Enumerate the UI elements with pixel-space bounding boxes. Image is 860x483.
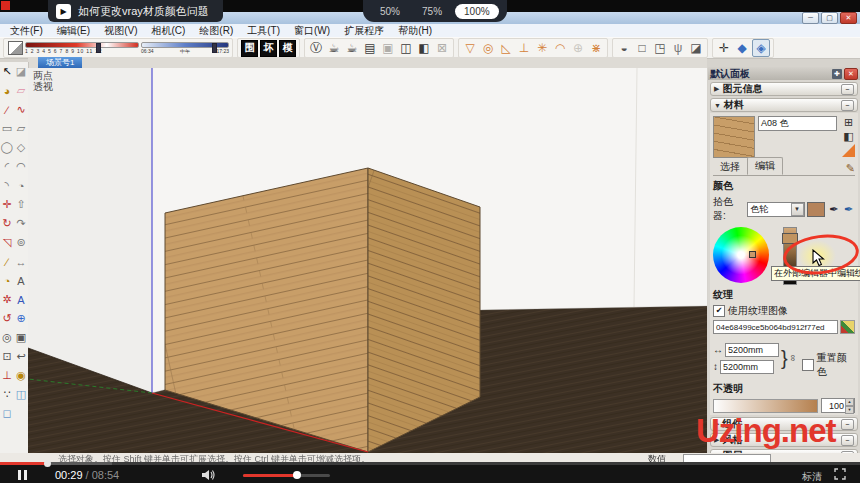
use-texture-checkbox[interactable]: ✔: [713, 305, 725, 317]
collapse-button[interactable]: –: [841, 419, 854, 430]
rotated-rectangle-tool[interactable]: ▱: [14, 119, 28, 138]
vray-render-icon[interactable]: ☕: [326, 40, 342, 56]
model-viewport[interactable]: 两点 透视: [28, 68, 707, 453]
dropdown-arrow-icon[interactable]: ▼: [791, 203, 804, 216]
video-zoom-50[interactable]: 50%: [371, 4, 409, 19]
line-tool[interactable]: ∕: [0, 100, 14, 119]
zoom-window-tool[interactable]: ▣: [14, 328, 28, 347]
quality-button[interactable]: 标清: [802, 470, 822, 483]
material-thumbnail[interactable]: [713, 116, 755, 158]
section-display-tool[interactable]: ◻: [0, 404, 14, 423]
menu-help[interactable]: 帮助(H): [391, 24, 439, 37]
previous-view-tool[interactable]: ↩: [14, 347, 28, 366]
arc-tool[interactable]: ◜: [0, 157, 14, 176]
collapse-button[interactable]: –: [841, 100, 854, 111]
volume-slider[interactable]: [243, 474, 330, 477]
chain-link-icon[interactable]: ∞: [788, 355, 798, 361]
plugin-button-wei[interactable]: 围: [241, 40, 258, 57]
vray-proxy-export-icon[interactable]: ◳: [652, 40, 668, 56]
progress-handle[interactable]: [44, 460, 51, 467]
material-name-field[interactable]: A08 色: [758, 116, 837, 131]
vray-lock-icon[interactable]: ⊠: [434, 40, 450, 56]
menu-edit[interactable]: 编辑(E): [50, 24, 97, 37]
vray-ies-light-icon[interactable]: ⊥: [516, 40, 532, 56]
tape-measure-tool[interactable]: ∕: [0, 252, 14, 271]
pie-tool[interactable]: ◔: [14, 176, 28, 195]
freehand-tool[interactable]: ∿: [14, 100, 28, 119]
solid-tool-active-icon[interactable]: ◈: [752, 39, 770, 57]
section-materials[interactable]: ▼ 材料 –: [710, 98, 858, 112]
collapse-button[interactable]: –: [841, 84, 854, 95]
scene-tab[interactable]: 场景号1: [38, 57, 82, 68]
tab-select[interactable]: 选择: [713, 159, 747, 175]
menu-camera[interactable]: 相机(C): [144, 24, 192, 37]
vray-rectangle-light-icon[interactable]: ▽: [462, 40, 478, 56]
sample-paint-icon[interactable]: [842, 144, 855, 157]
set-default-material-icon[interactable]: ◧: [842, 130, 855, 143]
pan-tool[interactable]: ⊕: [14, 309, 28, 328]
spin-down-icon[interactable]: ▼: [845, 406, 854, 414]
vray-material-editor-icon[interactable]: ◫: [398, 40, 414, 56]
minimize-button[interactable]: ─: [802, 12, 819, 24]
circle-tool[interactable]: ◯: [0, 138, 14, 157]
pause-button[interactable]: [18, 470, 27, 480]
match-object-color-icon[interactable]: ✒: [827, 203, 840, 216]
video-zoom-75[interactable]: 75%: [413, 4, 451, 19]
protractor-tool[interactable]: ◔: [0, 271, 14, 290]
axes-tool[interactable]: ✲: [0, 290, 14, 309]
menu-extensions[interactable]: 扩展程序: [337, 24, 391, 37]
vray-sphere-fill-light-icon[interactable]: ⊕: [570, 40, 586, 56]
vray-batch-render-icon[interactable]: ▣: [380, 40, 396, 56]
text-tool[interactable]: A: [14, 271, 28, 290]
select-tool[interactable]: ↖: [0, 62, 14, 81]
video-progress-bar[interactable]: [0, 462, 860, 465]
shadow-time-slider[interactable]: 06:34 中午 17:23: [141, 42, 229, 54]
plugin-button-huai[interactable]: 坏: [260, 40, 277, 57]
walk-tool[interactable]: ∵: [0, 385, 14, 404]
eraser-tool[interactable]: ▱: [14, 81, 28, 100]
vray-rt-render-icon[interactable]: ☕: [344, 40, 360, 56]
vray-fur-icon[interactable]: ψ: [670, 40, 686, 56]
rotate-tool[interactable]: ↻: [0, 214, 14, 233]
pencil-icon[interactable]: ✎: [846, 162, 855, 175]
look-around-tool[interactable]: ◉: [14, 366, 28, 385]
fullscreen-icon[interactable]: [834, 468, 846, 482]
vray-omni-light-icon[interactable]: ✳: [534, 40, 550, 56]
menu-view[interactable]: 视图(V): [97, 24, 144, 37]
menu-draw[interactable]: 绘图(R): [192, 24, 240, 37]
close-button[interactable]: ✕: [840, 12, 857, 24]
opacity-spinner[interactable]: 100 ▲ ▼: [821, 398, 855, 413]
menu-window[interactable]: 窗口(W): [287, 24, 337, 37]
three-point-arc-tool[interactable]: ◝: [0, 176, 14, 195]
rectangle-tool[interactable]: ▭: [0, 119, 14, 138]
move-tool[interactable]: ✛: [0, 195, 14, 214]
section-entity-info[interactable]: ▶ 图元信息 –: [710, 82, 858, 96]
reset-color-checkbox[interactable]: [802, 359, 814, 371]
move-gizmo-icon[interactable]: ✛: [716, 40, 732, 56]
vray-options-icon[interactable]: Ⓥ: [308, 40, 324, 56]
vray-spot-light-icon[interactable]: ◺: [498, 40, 514, 56]
tab-edit[interactable]: 编辑: [747, 157, 783, 175]
vray-sphere-light-icon[interactable]: ◎: [480, 40, 496, 56]
zoom-extents-tool[interactable]: ⊡: [0, 347, 14, 366]
paint-bucket-tool[interactable]: ◕: [0, 81, 14, 100]
offset-tool[interactable]: ⊚: [14, 233, 28, 252]
menu-file[interactable]: 文件(F): [3, 24, 50, 37]
section-plane-tool[interactable]: ◫: [14, 385, 28, 404]
follow-me-tool[interactable]: ↷: [14, 214, 28, 233]
solid-tool-icon[interactable]: ◆: [734, 40, 750, 56]
shadow-date-slider[interactable]: 1 2 3 4 5 6 7 8 9 10 11 12: [25, 42, 139, 54]
make-component-tool[interactable]: ◪: [14, 62, 28, 81]
push-pull-tool[interactable]: ⇧: [14, 195, 28, 214]
two-point-arc-tool[interactable]: ◠: [14, 157, 28, 176]
vray-proxy-import-icon[interactable]: □: [634, 40, 650, 56]
vray-dome-light-icon[interactable]: ◠: [552, 40, 568, 56]
vray-infinite-plane-icon[interactable]: ◒: [616, 40, 632, 56]
texture-height-field[interactable]: 5200mm: [720, 360, 774, 374]
shadow-toggle-icon[interactable]: [7, 40, 23, 56]
menu-tools[interactable]: 工具(T): [240, 24, 287, 37]
scale-tool[interactable]: ◹: [0, 233, 14, 252]
restore-button[interactable]: ▢: [821, 12, 838, 24]
volume-icon[interactable]: [202, 469, 216, 483]
texture-file-field[interactable]: 04e68499ce5b064bd912f77ed: [713, 320, 838, 334]
